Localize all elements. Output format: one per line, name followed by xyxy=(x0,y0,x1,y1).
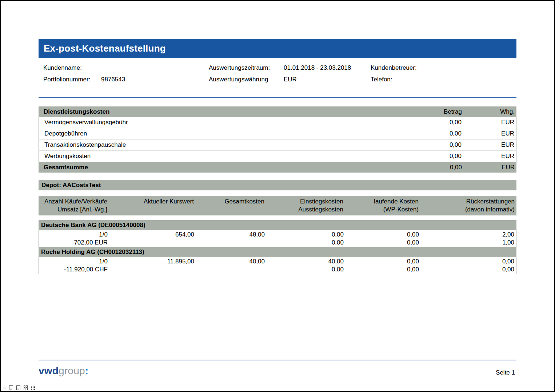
column-header-rueckerstattungen: Rückerstattungen (davon informativ) xyxy=(420,198,516,214)
column-header-gesamtkosten: Gesamtkosten xyxy=(195,198,265,214)
table-row: 1/0 654,00 48,00 0,00 0,00 2,00 xyxy=(39,231,516,239)
position-name: Deutsche Bank AG (DE0005140008) xyxy=(41,222,145,229)
position-name: Roche Holding AG (CH0012032113) xyxy=(41,248,144,256)
position-rows: 1/0 654,00 48,00 0,00 0,00 2,00 -702,00 … xyxy=(39,230,516,247)
auswertungszeitraum-label: Auswertungszeitraum: xyxy=(209,62,270,73)
report-title-bar: Ex-post-Kostenaufstellung xyxy=(39,39,516,58)
table-row: Werbungskosten 0,00 EUR xyxy=(39,151,516,162)
portfolionummer-value: 9876543 xyxy=(101,74,125,85)
column-header-einstieg-ausstieg: Einstiegskosten Ausstiegskosten xyxy=(265,198,344,214)
auswertungszeitraum-value: 01.01.2018 - 23.03.2018 xyxy=(284,62,351,73)
single-page-view-icon[interactable] xyxy=(9,385,13,390)
column-header-whg: Whg. xyxy=(462,108,516,116)
depot-title: Depot: AACostsTest xyxy=(41,182,101,189)
cost-label: Transaktionskostenpauschale xyxy=(39,141,418,149)
grid-view-icon[interactable] xyxy=(31,386,35,390)
document-page: Ex-post-Kostenaufstellung Kundenname: Au… xyxy=(0,0,555,392)
table-row: -702,00 EUR 0,00 0,00 1,00 xyxy=(39,239,516,247)
column-header-anzahl-umsatz: Anzahl Käufe/Verkäufe Umsatz [Anl.-Wg.] xyxy=(39,198,108,214)
footer-divider xyxy=(39,360,516,360)
page-number: Seite 1 xyxy=(496,369,515,376)
table-row: Transaktionskostenpauschale 0,00 EUR xyxy=(39,140,516,151)
depot-column-header-row: Anzahl Käufe/Verkäufe Umsatz [Anl.-Wg.] … xyxy=(39,196,516,215)
service-costs-title: Dienstleistungskosten xyxy=(39,108,418,116)
column-header-betrag: Betrag xyxy=(418,108,462,116)
info-row-2: Portfolionummer: 9876543 Auswertungswähr… xyxy=(39,74,516,85)
info-row-1: Kundenname: Auswertungszeitraum: 01.01.2… xyxy=(39,62,516,73)
cost-label: Vermögensverwaltungsgebühr xyxy=(39,119,418,126)
service-costs-header-row: Dienstleistungskosten Betrag Whg. xyxy=(39,106,516,117)
position-rows: 1/0 11.895,00 40,00 40,00 0,00 0,00 -11.… xyxy=(39,257,516,274)
vwd-group-logo: vwdgroup: xyxy=(39,365,88,377)
cost-amount: 0,00 xyxy=(418,153,462,160)
view-layout-toolbar xyxy=(3,385,35,390)
table-row: Vermögensverwaltungsgebühr 0,00 EUR xyxy=(39,117,516,128)
position-section-header: Deutsche Bank AG (DE0005140008) xyxy=(39,220,516,230)
total-row: Gesamtsumme 0,00 EUR xyxy=(39,162,516,173)
cost-amount: 0,00 xyxy=(418,141,462,149)
page-title: Ex-post-Kostenaufstellung xyxy=(44,43,166,54)
column-header-kurswert: Aktueller Kurswert xyxy=(108,198,195,214)
position-section-header: Roche Holding AG (CH0012032113) xyxy=(39,247,516,257)
depot-header-bar: Depot: AACostsTest xyxy=(39,180,516,190)
cost-currency: EUR xyxy=(462,141,516,149)
table-row: -11.920,00 CHF 0,00 0,00 0,00 xyxy=(39,266,516,274)
multi-page-view-icon[interactable] xyxy=(24,385,28,390)
cost-currency: EUR xyxy=(462,130,516,137)
auswertungswaehrung-label: Auswertungswährung xyxy=(209,74,268,85)
portfolionummer-label: Portfolionummer: xyxy=(43,74,90,85)
continuous-page-view-icon[interactable] xyxy=(16,385,20,390)
kundenname-label: Kundenname: xyxy=(43,62,82,73)
total-amount: 0,00 xyxy=(418,164,462,171)
depot-positions-table: Deutsche Bank AG (DE0005140008) 1/0 654,… xyxy=(39,220,516,274)
cost-amount: 0,00 xyxy=(418,119,462,126)
total-currency: EUR xyxy=(462,164,516,171)
total-label: Gesamtsumme xyxy=(39,164,418,171)
cost-currency: EUR xyxy=(462,119,516,126)
cost-label: Depotgebühren xyxy=(39,130,418,137)
collapse-icon[interactable] xyxy=(3,388,6,388)
cost-currency: EUR xyxy=(462,153,516,160)
service-costs-table: Dienstleistungskosten Betrag Whg. Vermög… xyxy=(39,106,516,173)
table-row: 1/0 11.895,00 40,00 40,00 0,00 0,00 xyxy=(39,258,516,266)
table-row: Depotgebühren 0,00 EUR xyxy=(39,128,516,140)
telefon-label: Telefon: xyxy=(371,74,392,85)
cost-amount: 0,00 xyxy=(418,130,462,137)
column-header-laufende-kosten: laufende Kosten (WP-Kosten) xyxy=(344,198,420,214)
auswertungswaehrung-value: EUR xyxy=(284,74,297,85)
cost-label: Werbungskosten xyxy=(39,153,418,160)
kundenbetreuer-label: Kundenbetreuer: xyxy=(371,62,417,73)
header-divider xyxy=(39,97,516,98)
